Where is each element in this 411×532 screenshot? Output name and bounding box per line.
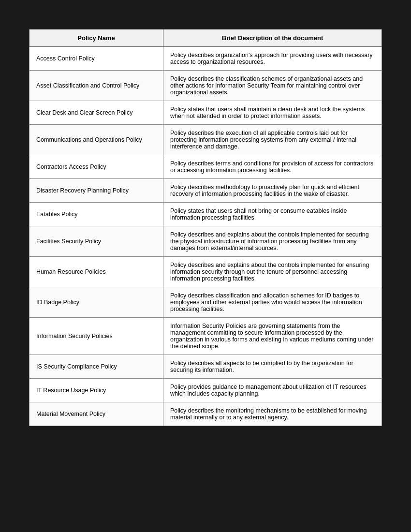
policy-name-cell: ID Badge Policy [29, 287, 163, 318]
policy-description-cell: Policy states that users shall maintain … [163, 101, 382, 125]
policy-name-cell: Facilities Security Policy [29, 226, 163, 257]
table-row: Asset Classification and Control PolicyP… [29, 71, 382, 101]
table-header-row: Policy Name Brief Description of the doc… [29, 30, 382, 47]
policy-name-cell: IT Resource Usage Policy [29, 379, 163, 402]
table-row: ID Badge PolicyPolicy describes classifi… [29, 287, 382, 318]
column-header-description: Brief Description of the document [163, 30, 382, 47]
policy-description-cell: Policy describes and explains about the … [163, 257, 382, 287]
policy-name-cell: Access Control Policy [29, 47, 163, 71]
policy-description-cell: Policy describes the execution of all ap… [163, 125, 382, 155]
policy-name-cell: Contractors Access Policy [29, 155, 163, 179]
table-row: Eatables PolicyPolicy states that users … [29, 203, 382, 226]
policy-name-cell: Material Movement Policy [29, 402, 163, 426]
policy-description-cell: Policy describes and explains about the … [163, 226, 382, 257]
policy-description-cell: Policy describes methodology to proactiv… [163, 179, 382, 203]
policy-name-cell: Communications and Operations Policy [29, 125, 163, 155]
policy-table: Policy Name Brief Description of the doc… [29, 29, 382, 426]
table-row: Clear Desk and Clear Screen PolicyPolicy… [29, 101, 382, 125]
table-row: Communications and Operations PolicyPoli… [29, 125, 382, 155]
policy-table-container: Policy Name Brief Description of the doc… [29, 29, 382, 426]
policy-description-cell: Policy describes all aspects to be compl… [163, 355, 382, 379]
policy-name-cell: Human Resource Policies [29, 257, 163, 287]
policy-description-cell: Policy describes terms and conditions fo… [163, 155, 382, 179]
policy-description-cell: Information Security Policies are govern… [163, 318, 382, 355]
policy-name-cell: Eatables Policy [29, 203, 163, 226]
policy-description-cell: Policy provides guidance to management a… [163, 379, 382, 402]
table-row: Disaster Recovery Planning PolicyPolicy … [29, 179, 382, 203]
table-row: Material Movement PolicyPolicy describes… [29, 402, 382, 426]
policy-description-cell: Policy describes the monitoring mechanis… [163, 402, 382, 426]
table-row: Contractors Access PolicyPolicy describe… [29, 155, 382, 179]
table-row: Access Control PolicyPolicy describes or… [29, 47, 382, 71]
policy-name-cell: Information Security Policies [29, 318, 163, 355]
table-row: Human Resource PoliciesPolicy describes … [29, 257, 382, 287]
table-row: Information Security PoliciesInformation… [29, 318, 382, 355]
table-row: IT Resource Usage PolicyPolicy provides … [29, 379, 382, 402]
policy-description-cell: Policy states that users shall not bring… [163, 203, 382, 226]
policy-name-cell: Disaster Recovery Planning Policy [29, 179, 163, 203]
policy-description-cell: Policy describes organization's approach… [163, 47, 382, 71]
policy-name-cell: IS Security Compliance Policy [29, 355, 163, 379]
column-header-policy-name: Policy Name [29, 30, 163, 47]
table-row: Facilities Security PolicyPolicy describ… [29, 226, 382, 257]
policy-name-cell: Clear Desk and Clear Screen Policy [29, 101, 163, 125]
policy-description-cell: Policy describes the classification sche… [163, 71, 382, 101]
table-body: Access Control PolicyPolicy describes or… [29, 47, 382, 426]
table-row: IS Security Compliance PolicyPolicy desc… [29, 355, 382, 379]
policy-description-cell: Policy describes classification and allo… [163, 287, 382, 318]
policy-name-cell: Asset Classification and Control Policy [29, 71, 163, 101]
